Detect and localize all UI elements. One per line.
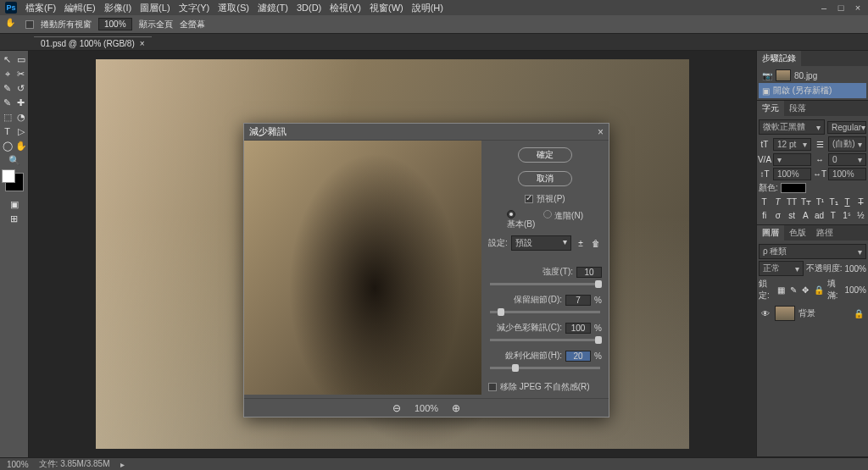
- character-tab[interactable]: 字元: [757, 101, 784, 116]
- history-tab[interactable]: 步驟記錄: [757, 51, 801, 66]
- strength-slider[interactable]: [490, 283, 600, 285]
- sigma-button[interactable]: σ: [772, 209, 783, 221]
- reduce-color-slider[interactable]: [490, 339, 600, 341]
- menu-layer[interactable]: 圖層(L): [140, 2, 170, 14]
- paragraph-tab[interactable]: 段落: [784, 101, 811, 116]
- layers-tab[interactable]: 圖層: [757, 225, 784, 241]
- status-chevron-icon[interactable]: ▸: [120, 460, 125, 469]
- vscale-field[interactable]: 100%: [773, 168, 811, 180]
- cancel-button[interactable]: 取消: [518, 171, 572, 186]
- leading-field[interactable]: (自動)▾: [828, 136, 866, 152]
- move-tool[interactable]: ↖: [1, 53, 14, 66]
- save-preset-icon[interactable]: ±: [575, 237, 587, 249]
- menu-image[interactable]: 影像(I): [104, 2, 131, 14]
- fit-screen-button[interactable]: 顯示全頁: [139, 19, 173, 30]
- kerning-field[interactable]: ▾: [773, 153, 811, 166]
- zoom-level-field[interactable]: 100%: [98, 18, 132, 30]
- fill-screen-button[interactable]: 全螢幕: [180, 19, 205, 30]
- zoom-tool[interactable]: 🔍: [8, 153, 21, 167]
- menu-edit[interactable]: 編輯(E): [64, 2, 96, 14]
- dodge-tool[interactable]: ◔: [14, 110, 28, 124]
- preserve-slider[interactable]: [490, 311, 600, 313]
- color-swatch[interactable]: [5, 173, 24, 191]
- path-tool[interactable]: ▷: [14, 124, 28, 138]
- menu-type[interactable]: 文字(Y): [179, 2, 210, 14]
- shape-tool[interactable]: ◯: [1, 139, 14, 152]
- zoom-in-icon[interactable]: ⊕: [452, 402, 460, 414]
- channels-tab[interactable]: 色版: [784, 225, 811, 241]
- eyedropper-tool[interactable]: ✎: [1, 81, 14, 95]
- zoom-out-icon[interactable]: ⊖: [392, 402, 401, 414]
- menu-help[interactable]: 說明(H): [412, 2, 443, 14]
- menu-select[interactable]: 選取(S): [218, 2, 249, 14]
- ok-button[interactable]: 確定: [518, 147, 572, 163]
- sharpen-field[interactable]: 20: [565, 351, 591, 362]
- dialog-preview[interactable]: [244, 141, 481, 395]
- menu-3d[interactable]: 3D(D): [297, 3, 321, 13]
- ordinal-button[interactable]: 1ˢ: [842, 209, 853, 221]
- crop-tool[interactable]: ✂: [14, 67, 28, 80]
- superscript-button[interactable]: T¹: [815, 196, 826, 207]
- advanced-radio[interactable]: [543, 210, 552, 218]
- frac-button[interactable]: ½: [855, 209, 866, 221]
- layer-row[interactable]: 👁 背景 🔒: [759, 303, 866, 323]
- paths-tab[interactable]: 路徑: [811, 225, 838, 241]
- smallcaps-button[interactable]: Tᴛ: [800, 196, 812, 207]
- hand-tool[interactable]: ✋: [14, 139, 28, 152]
- blend-mode-dropdown[interactable]: 正常▾: [759, 261, 804, 276]
- lock-pos-icon[interactable]: ✎: [788, 284, 798, 296]
- tracking-field[interactable]: 0▾: [828, 153, 866, 166]
- strike-button[interactable]: T: [855, 196, 866, 207]
- dialog-titlebar[interactable]: 減少雜訊 ×: [244, 124, 609, 141]
- strength-field[interactable]: 10: [576, 267, 602, 278]
- brush-tool[interactable]: ✎: [1, 96, 14, 109]
- heal-tool[interactable]: ↺: [14, 81, 28, 95]
- menu-filter[interactable]: 濾鏡(T): [258, 2, 288, 14]
- gradient-tool[interactable]: ⬚: [1, 110, 14, 124]
- screenmode-icon[interactable]: ⊞: [8, 212, 21, 225]
- stamp-tool[interactable]: ✚: [14, 96, 28, 109]
- bold-button[interactable]: T: [759, 196, 770, 207]
- window-minimize-button[interactable]: –: [819, 3, 829, 13]
- marquee-tool[interactable]: ▭: [14, 53, 28, 66]
- st-button[interactable]: st: [787, 209, 798, 221]
- fill-value[interactable]: 100%: [844, 285, 866, 295]
- allcaps-button[interactable]: TT: [786, 196, 798, 207]
- visibility-icon[interactable]: 👁: [761, 309, 771, 318]
- preview-checkbox[interactable]: [525, 195, 533, 203]
- lock-move-icon[interactable]: ✥: [800, 284, 810, 296]
- italic-button[interactable]: T: [772, 196, 783, 207]
- fi-button[interactable]: fi: [759, 209, 770, 221]
- subscript-button[interactable]: T₁: [828, 196, 839, 207]
- ad-button[interactable]: ad: [814, 209, 825, 221]
- font-style-dropdown[interactable]: Regular▾: [827, 121, 866, 134]
- menu-window[interactable]: 視窗(W): [370, 2, 403, 14]
- lasso-tool[interactable]: ⌖: [1, 67, 14, 80]
- opacity-value[interactable]: 100%: [844, 264, 866, 274]
- scroll-all-checkbox[interactable]: [25, 20, 34, 29]
- menu-view[interactable]: 檢視(V): [330, 2, 361, 14]
- reduce-color-field[interactable]: 100: [565, 323, 591, 334]
- titling-button[interactable]: T: [827, 209, 838, 221]
- text-color-swatch[interactable]: [781, 183, 806, 193]
- layer-filter-dropdown[interactable]: ρ 種類▾: [759, 244, 866, 259]
- window-close-button[interactable]: ×: [853, 3, 863, 13]
- document-tab-close-icon[interactable]: ×: [140, 39, 145, 48]
- underline-button[interactable]: T: [842, 196, 853, 207]
- sharpen-slider[interactable]: [490, 367, 600, 369]
- lock-pixels-icon[interactable]: ▦: [776, 284, 786, 296]
- basic-radio[interactable]: [507, 210, 515, 218]
- font-size-field[interactable]: 12 pt▾: [773, 138, 811, 151]
- history-state[interactable]: ▣ 開啟 (另存新檔): [759, 83, 866, 98]
- remove-jpeg-checkbox[interactable]: [488, 383, 497, 391]
- history-snapshot[interactable]: 📷 80.jpg: [759, 68, 866, 83]
- menu-file[interactable]: 檔案(F): [25, 2, 56, 14]
- quickmask-icon[interactable]: ▣: [8, 197, 21, 211]
- status-zoom[interactable]: 100%: [7, 460, 29, 469]
- lock-all-icon[interactable]: 🔒: [813, 284, 825, 296]
- type-tool[interactable]: T: [1, 124, 14, 138]
- window-maximize-button[interactable]: □: [836, 3, 846, 13]
- font-family-dropdown[interactable]: 微軟正黑體▾: [759, 119, 825, 135]
- document-tab[interactable]: 01.psd @ 100% (RGB/8) ×: [34, 36, 152, 50]
- dialog-close-button[interactable]: ×: [598, 126, 604, 138]
